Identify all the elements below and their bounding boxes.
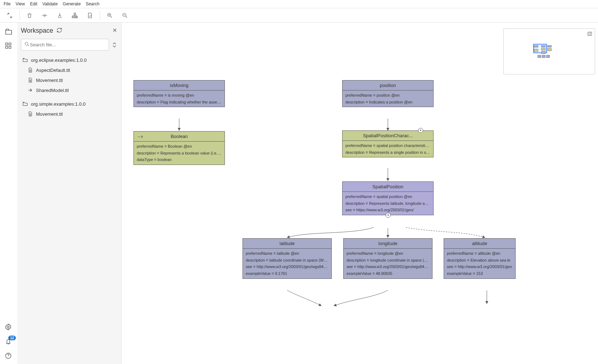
- delete-icon[interactable]: [23, 9, 36, 22]
- node-title: →≡ Boolean: [134, 132, 225, 142]
- folder-label: org.simple.examples:1.0.0: [31, 101, 86, 107]
- file-icon: [27, 111, 33, 117]
- node-prop: preferredName = spatial position @en: [345, 193, 430, 200]
- folder-label: org.eclipse.examples:1.0.0: [31, 57, 87, 63]
- workspace-icon[interactable]: [5, 28, 13, 36]
- node-latitude[interactable]: latitude preferredName = latitude @en de…: [243, 238, 332, 279]
- file-movement2[interactable]: Movement.ttl: [21, 109, 118, 119]
- node-prop: preferredName = Boolean @en: [137, 143, 222, 150]
- collapse-icon[interactable]: [3, 9, 17, 22]
- node-position[interactable]: position preferredName = position @en de…: [342, 80, 434, 107]
- node-prop: see = http://www.w3.org/2003/01/geo/wgs8…: [246, 263, 329, 270]
- menu-edit[interactable]: Edit: [30, 1, 37, 6]
- node-prop: preferredName = spatial position charact…: [345, 142, 430, 149]
- file-label: Movement.ttl: [36, 78, 63, 83]
- file-icon: [27, 67, 33, 73]
- zoom-out-icon[interactable]: [118, 9, 132, 22]
- node-prop: description = Elevation above sea le: [447, 257, 512, 264]
- zoom-in-icon[interactable]: [103, 9, 117, 22]
- node-prop: description = Flag indicating whether th…: [137, 99, 222, 106]
- node-prop: exampleValue = 48.80835: [346, 270, 429, 277]
- menu-search[interactable]: Search: [86, 1, 99, 6]
- file-movement1[interactable]: Movement.ttl: [21, 75, 118, 85]
- menu-view[interactable]: View: [15, 1, 25, 6]
- svg-point-13: [25, 42, 28, 45]
- node-prop: exampleValue = 153: [447, 270, 512, 277]
- node-prop: description = Represents a boolean value…: [137, 150, 222, 157]
- port-icon[interactable]: +: [386, 213, 391, 218]
- help-icon[interactable]: [5, 352, 13, 360]
- node-prop: description = latitude coordinate in spa…: [246, 257, 329, 264]
- node-spatialpositioncharac[interactable]: + SpatialPositionCharac... preferredName…: [342, 130, 434, 157]
- node-prop: dataType = boolean: [137, 156, 222, 163]
- apps-icon[interactable]: [5, 42, 13, 50]
- node-spatialposition[interactable]: SpatialPosition preferredName = spatial …: [342, 181, 434, 215]
- menu-bar: File View Edit Validate Generate Search: [0, 0, 598, 8]
- node-longitude[interactable]: longitude preferredName = longitude @en …: [343, 238, 432, 279]
- characteristic-icon: →≡: [137, 134, 143, 139]
- icon-rail: 12: [0, 23, 17, 364]
- node-altitude[interactable]: altitude preferredName = altitude @en de…: [444, 238, 516, 279]
- notifications-icon[interactable]: 12: [5, 338, 13, 346]
- node-ismoving[interactable]: isMoving preferredName = is moving @en d…: [133, 80, 225, 107]
- close-icon[interactable]: [112, 27, 118, 34]
- refresh-icon[interactable]: [56, 27, 63, 34]
- node-prop: preferredName = is moving @en: [137, 92, 222, 99]
- document-icon[interactable]: [83, 9, 97, 22]
- node-title: SpatialPosition: [343, 182, 433, 192]
- toolbar: [0, 8, 598, 23]
- node-prop: preferredName = altitude @en: [447, 250, 512, 257]
- file-icon: [27, 77, 33, 83]
- workspace-sidebar: Workspace org.eclip: [17, 23, 122, 364]
- connection-icon[interactable]: [38, 9, 51, 22]
- menu-generate[interactable]: Generate: [63, 1, 81, 6]
- svg-rect-4: [76, 17, 78, 18]
- node-prop: see = http://www.w3.org/2003/01/geo: [447, 263, 512, 270]
- search-icon: [24, 41, 30, 48]
- node-prop: preferredName = latitude @en: [246, 250, 329, 257]
- svg-rect-9: [6, 46, 8, 49]
- minimap[interactable]: [503, 28, 595, 74]
- file-label: Movement.ttl: [36, 111, 63, 117]
- node-boolean[interactable]: →≡ Boolean preferredName = Boolean @en d…: [133, 131, 225, 165]
- folder-eclipse[interactable]: org.eclipse.examples:1.0.0: [21, 55, 118, 65]
- node-prop: description = Represents a single positi…: [345, 149, 430, 156]
- node-title: isMoving: [134, 80, 225, 91]
- format-icon[interactable]: [53, 9, 67, 22]
- node-prop: description = longitude coordinate in sp…: [346, 257, 429, 264]
- node-prop: preferredName = longitude @en: [346, 250, 429, 257]
- svg-rect-3: [74, 17, 76, 18]
- link-icon: [27, 87, 33, 93]
- folder-simple[interactable]: org.simple.examples:1.0.0: [21, 99, 118, 109]
- folder-icon: [22, 57, 28, 63]
- node-title: position: [343, 80, 433, 91]
- file-sharedmodel[interactable]: SharedModel.ttl: [21, 85, 118, 95]
- node-title: SpatialPositionCharac...: [343, 131, 433, 141]
- node-prop: see = http://www.w3.org/2003/01/geo/wgs8…: [346, 263, 429, 270]
- collapse-tree-icon[interactable]: [111, 42, 118, 48]
- node-title: longitude: [344, 239, 432, 249]
- tree-icon[interactable]: [68, 9, 82, 22]
- map-icon[interactable]: [587, 31, 593, 38]
- sidebar-title: Workspace: [21, 27, 53, 34]
- diagram-canvas[interactable]: isMoving preferredName = is moving @en d…: [122, 23, 598, 364]
- svg-rect-10: [9, 46, 11, 49]
- menu-file[interactable]: File: [4, 1, 10, 6]
- svg-rect-8: [9, 43, 11, 45]
- node-prop: exampleValue = 9.1781: [246, 270, 329, 277]
- node-prop: description = Represents latitude, longi…: [345, 200, 430, 207]
- svg-rect-1: [74, 13, 76, 14]
- svg-rect-7: [6, 43, 8, 45]
- file-aspectdefault[interactable]: AspectDefault.ttl: [21, 65, 118, 75]
- search-input[interactable]: [30, 42, 106, 47]
- svg-point-0: [44, 14, 46, 16]
- node-prop: preferredName = position @en: [345, 92, 430, 99]
- file-label: SharedModel.ttl: [36, 88, 69, 93]
- settings-icon[interactable]: [5, 323, 13, 331]
- svg-rect-2: [72, 17, 74, 18]
- menu-validate[interactable]: Validate: [42, 1, 58, 6]
- node-prop: description = Indicates a position @en: [345, 99, 430, 106]
- svg-point-11: [8, 326, 9, 328]
- node-title: altitude: [444, 239, 515, 249]
- folder-icon: [22, 101, 28, 107]
